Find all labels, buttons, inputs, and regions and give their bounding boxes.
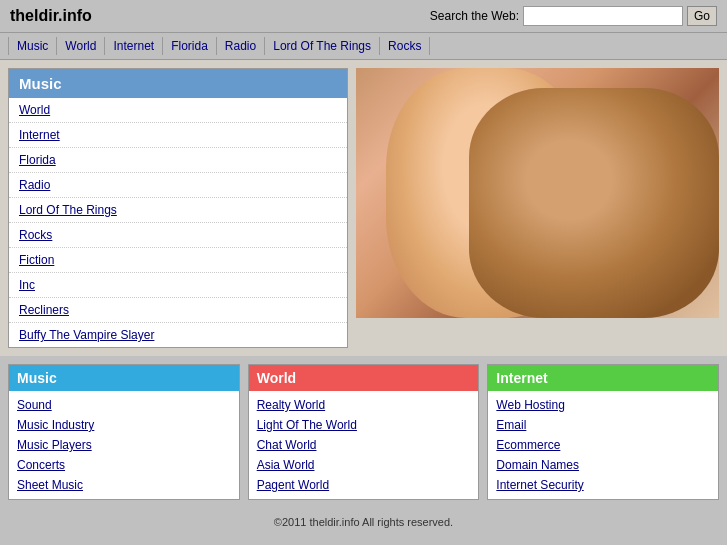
category-link[interactable]: Sheet Music bbox=[9, 475, 239, 495]
world-category-box: World Realty WorldLight Of The WorldChat… bbox=[248, 364, 480, 500]
internet-category-heading: Internet bbox=[488, 365, 718, 391]
header: theldir.info Search the Web: Go bbox=[0, 0, 727, 33]
music-category-heading: Music bbox=[9, 365, 239, 391]
category-link[interactable]: Realty World bbox=[249, 395, 479, 415]
nav-bar: MusicWorldInternetFloridaRadioLord Of Th… bbox=[0, 33, 727, 60]
nav-item-music[interactable]: Music bbox=[8, 37, 57, 55]
nav-item-rocks[interactable]: Rocks bbox=[380, 37, 430, 55]
category-link[interactable]: Internet Security bbox=[488, 475, 718, 495]
search-button[interactable]: Go bbox=[687, 6, 717, 26]
category-link[interactable]: Domain Names bbox=[488, 455, 718, 475]
music-panel-heading: Music bbox=[9, 69, 347, 98]
category-link[interactable]: Sound bbox=[9, 395, 239, 415]
search-label: Search the Web: bbox=[430, 9, 519, 23]
image-panel bbox=[356, 68, 719, 348]
music-links-list: WorldInternetFloridaRadioLord Of The Rin… bbox=[9, 98, 347, 347]
music-panel-link[interactable]: Recliners bbox=[9, 298, 347, 323]
category-link[interactable]: Music Players bbox=[9, 435, 239, 455]
music-panel-link[interactable]: Radio bbox=[9, 173, 347, 198]
search-area: Search the Web: Go bbox=[430, 6, 717, 26]
world-category-heading: World bbox=[249, 365, 479, 391]
search-input[interactable] bbox=[523, 6, 683, 26]
internet-category-links: Web HostingEmailEcommerceDomain NamesInt… bbox=[488, 391, 718, 499]
main-content: Music WorldInternetFloridaRadioLord Of T… bbox=[0, 60, 727, 356]
nav-item-florida[interactable]: Florida bbox=[163, 37, 217, 55]
bottom-categories: Music SoundMusic IndustryMusic PlayersCo… bbox=[0, 356, 727, 508]
internet-category-box: Internet Web HostingEmailEcommerceDomain… bbox=[487, 364, 719, 500]
category-link[interactable]: Ecommerce bbox=[488, 435, 718, 455]
music-panel-link[interactable]: Inc bbox=[9, 273, 347, 298]
category-link[interactable]: Concerts bbox=[9, 455, 239, 475]
footer: ©2011 theldir.info All rights reserved. bbox=[0, 508, 727, 536]
nav-item-radio[interactable]: Radio bbox=[217, 37, 265, 55]
music-panel-link[interactable]: World bbox=[9, 98, 347, 123]
music-panel-link[interactable]: Lord Of The Rings bbox=[9, 198, 347, 223]
music-panel-link[interactable]: Rocks bbox=[9, 223, 347, 248]
category-link[interactable]: Music Industry bbox=[9, 415, 239, 435]
footer-text: ©2011 theldir.info All rights reserved. bbox=[274, 516, 453, 528]
category-link[interactable]: Web Hosting bbox=[488, 395, 718, 415]
category-link[interactable]: Email bbox=[488, 415, 718, 435]
nav-item-internet[interactable]: Internet bbox=[105, 37, 163, 55]
music-panel-link[interactable]: Florida bbox=[9, 148, 347, 173]
music-category-links: SoundMusic IndustryMusic PlayersConcerts… bbox=[9, 391, 239, 499]
music-panel-link[interactable]: Internet bbox=[9, 123, 347, 148]
category-link[interactable]: Pagent World bbox=[249, 475, 479, 495]
nav-item-lord-of-the-rings[interactable]: Lord Of The Rings bbox=[265, 37, 380, 55]
elder-face bbox=[469, 88, 719, 318]
music-panel-link[interactable]: Fiction bbox=[9, 248, 347, 273]
category-link[interactable]: Chat World bbox=[249, 435, 479, 455]
category-link[interactable]: Light Of The World bbox=[249, 415, 479, 435]
nav-item-world[interactable]: World bbox=[57, 37, 105, 55]
music-category-box: Music SoundMusic IndustryMusic PlayersCo… bbox=[8, 364, 240, 500]
site-title[interactable]: theldir.info bbox=[10, 7, 92, 25]
music-panel: Music WorldInternetFloridaRadioLord Of T… bbox=[8, 68, 348, 348]
category-link[interactable]: Asia World bbox=[249, 455, 479, 475]
music-panel-link[interactable]: Buffy The Vampire Slayer bbox=[9, 323, 347, 347]
world-category-links: Realty WorldLight Of The WorldChat World… bbox=[249, 391, 479, 499]
hero-image bbox=[356, 68, 719, 318]
